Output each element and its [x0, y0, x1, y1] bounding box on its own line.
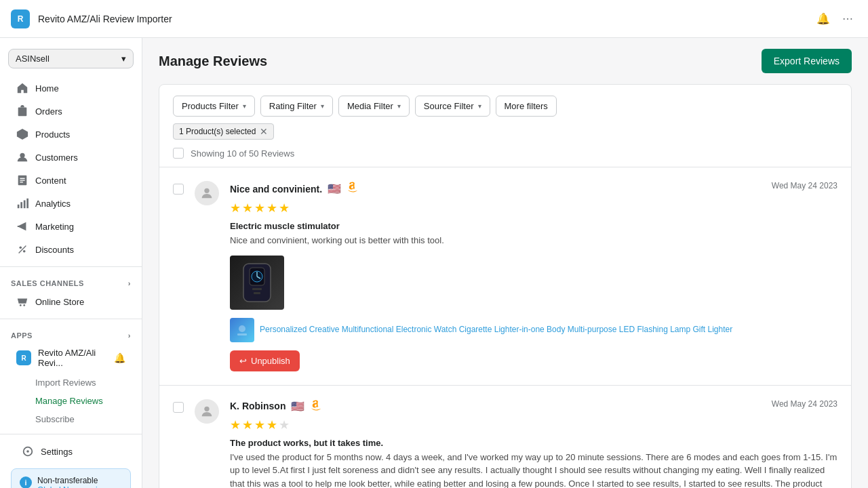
apps-label: Apps — [11, 331, 33, 340]
more-menu-btn[interactable]: ⋯ — [838, 9, 857, 28]
settings-label: Settings — [41, 447, 73, 457]
sales-channels-chevron: › — [128, 279, 131, 287]
star-1: ★ — [230, 201, 241, 216]
filter-tag-close-btn[interactable]: ✕ — [260, 127, 268, 136]
sidebar-item-analytics[interactable]: Analytics — [5, 192, 136, 215]
topbar-icons: 🔔 ⋯ — [814, 9, 857, 28]
showing-count-bar: Showing 10 of 50 Reviews — [159, 140, 851, 167]
review-2-star-1: ★ — [230, 418, 241, 432]
review-2-content: K. Robinson 🇺🇸 Wed May 24 2023 ★ ★ ★ ★ — [230, 399, 837, 489]
products-icon — [16, 128, 28, 140]
topbar-title: Revito AMZ/Ali Review Importer — [38, 14, 806, 24]
sidebar-item-home[interactable]: Home — [5, 77, 136, 100]
star-4: ★ — [267, 201, 277, 216]
select-all-checkbox[interactable] — [173, 148, 184, 159]
review-1-image-container — [230, 256, 837, 310]
products-filter-btn[interactable]: Products Filter ▾ — [173, 96, 255, 117]
sidebar-item-online-store[interactable]: Online Store — [5, 290, 136, 313]
review-2-star-4: ★ — [267, 418, 277, 432]
review-1-author: Nice and convinient. — [230, 184, 322, 195]
review-1-product-link[interactable]: Personalized Creative Multifunctional El… — [260, 324, 732, 336]
sidebar-sub-import-reviews[interactable]: Import Reviews — [5, 373, 136, 392]
svg-point-1 — [20, 153, 24, 158]
sidebar-item-products[interactable]: Products — [5, 123, 136, 146]
sidebar-item-content[interactable]: Content — [5, 169, 136, 192]
review-2-star-5: ★ — [279, 418, 290, 432]
nt-link[interactable]: Global Nav preview — [37, 485, 108, 488]
sidebar-item-customers[interactable]: Customers — [5, 146, 136, 169]
sidebar-label-analytics: Analytics — [35, 199, 71, 209]
sidebar-sub-subscribe[interactable]: Subscribe — [5, 410, 136, 428]
media-filter-chevron: ▾ — [397, 102, 401, 110]
products-filter-chevron: ▾ — [243, 102, 246, 110]
nt-banner: i Non-transferable Global Nav preview pr… — [11, 468, 131, 488]
rating-filter-btn[interactable]: Rating Filter ▾ — [260, 96, 333, 117]
sidebar-sub-manage-reviews[interactable]: Manage Reviews — [5, 392, 136, 410]
sales-channels-label: Sales channels — [11, 279, 84, 287]
review-1-product-link-row: Personalized Creative Multifunctional El… — [230, 318, 837, 342]
content-icon — [16, 174, 28, 186]
sidebar-item-revito[interactable]: R Revito AMZ/Ali Revi... 🔔 — [5, 342, 136, 373]
svg-rect-8 — [24, 201, 26, 209]
media-filter-label: Media Filter — [347, 101, 393, 111]
store-name: ASINsell — [16, 54, 50, 64]
page-title: Manage Reviews — [159, 54, 267, 69]
review-1-product-name: Electric muscle stimulator — [230, 221, 837, 231]
store-selector[interactable]: ASINsell ▾ — [8, 49, 134, 68]
review-2-checkbox[interactable] — [173, 402, 184, 413]
review-2-stars: ★ ★ ★ ★ ★ — [230, 418, 837, 432]
sidebar-item-discounts[interactable]: Discounts — [5, 238, 136, 261]
review-2-text: I've used the product for 5 months now. … — [230, 451, 837, 489]
review-1-avatar — [195, 181, 219, 205]
source-filter-label: Source Filter — [424, 101, 474, 111]
svg-point-23 — [239, 325, 245, 332]
export-reviews-button[interactable]: Export Reviews — [762, 49, 852, 73]
source-filter-btn[interactable]: Source Filter ▾ — [415, 96, 490, 117]
sidebar-divider-2 — [0, 319, 142, 319]
sidebar-item-marketing[interactable]: Marketing — [5, 215, 136, 238]
filter-tag-text: 1 Product(s) selected — [179, 127, 256, 136]
star-3: ★ — [254, 201, 265, 216]
sidebar-label-orders: Orders — [35, 106, 62, 117]
marketing-icon — [16, 220, 28, 232]
nt-title: Non-transferable — [37, 476, 98, 485]
bell-icon-btn[interactable]: 🔔 — [814, 9, 833, 28]
home-icon — [16, 82, 28, 94]
sidebar-item-settings[interactable]: Settings — [11, 440, 131, 463]
source-filter-chevron: ▾ — [478, 102, 481, 110]
review-1-flag: 🇺🇸 — [328, 182, 341, 195]
filters-bar: Products Filter ▾ Rating Filter ▾ Media … — [159, 85, 851, 117]
svg-point-10 — [20, 247, 22, 249]
discounts-icon — [16, 243, 28, 256]
more-filters-btn[interactable]: More filters — [496, 96, 557, 117]
sidebar-bottom: Settings i Non-transferable Global Nav p… — [0, 440, 142, 488]
review-1-checkbox[interactable] — [173, 184, 184, 195]
review-2-product-name: The product works, but it takes time. — [230, 438, 837, 448]
store-selector-chevron: ▾ — [121, 54, 126, 64]
media-filter-btn[interactable]: Media Filter ▾ — [338, 96, 410, 117]
svg-rect-9 — [26, 199, 28, 208]
settings-icon — [22, 445, 34, 458]
nt-info-icon: i — [20, 476, 32, 488]
unpublish-icon: ↩ — [239, 356, 247, 366]
unpublish-label: Unpublish — [251, 356, 290, 366]
review-1-product-img — [230, 318, 254, 342]
nt-text: Non-transferable Global Nav preview prev… — [37, 476, 122, 488]
sidebar-divider-1 — [0, 266, 142, 267]
star-5: ★ — [279, 201, 290, 216]
apps-header: Apps › — [0, 325, 142, 342]
review-2-flag: 🇺🇸 — [291, 400, 304, 413]
review-1-unpublish-btn[interactable]: ↩ Unpublish — [230, 350, 300, 371]
subscribe-label: Subscribe — [35, 414, 75, 424]
review-1-stars: ★ ★ ★ ★ ★ — [230, 201, 837, 216]
review-1-source-icon — [347, 181, 359, 197]
main-layout: ASINsell ▾ Home Orders Products — [0, 38, 868, 488]
svg-point-13 — [20, 304, 22, 306]
rating-filter-label: Rating Filter — [269, 101, 317, 111]
sidebar-item-orders[interactable]: Orders — [5, 100, 136, 123]
review-2-star-2: ★ — [242, 418, 253, 432]
revito-bell-icon[interactable]: 🔔 — [114, 352, 125, 363]
more-filters-label: More filters — [505, 101, 548, 111]
topbar: R Revito AMZ/Ali Review Importer 🔔 ⋯ — [0, 0, 868, 38]
review-2-avatar — [195, 399, 219, 424]
